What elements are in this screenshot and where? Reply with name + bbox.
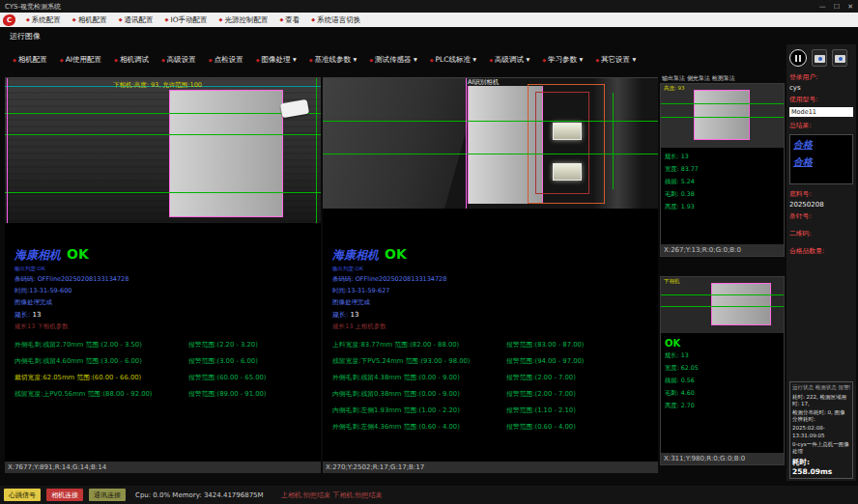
aux-line: 高度: 2.70: [665, 402, 780, 410]
measurement-row: 内侧毛刺:残留0.38mm 范围:(0.00 - 9.00)报警范围:(2.00…: [332, 389, 650, 399]
tool-image-processing[interactable]: ◆图像处理 ▾: [251, 55, 301, 65]
menu-item-language-switch[interactable]: ◆系统语言切换: [305, 15, 366, 25]
warn-range: 报警范围:(2.00 - 7.00): [506, 373, 576, 382]
warn-range: 报警范围:(83.00 - 87.00): [506, 340, 584, 350]
app-window: CYS-视觉检测系统 — ☐ ✕ C ◆系统配置 ◆相机配置 ◆通讯配置 ◆IO…: [0, 0, 858, 504]
menu-item-light-control-config[interactable]: ◆光源控制配置: [214, 15, 274, 25]
maximize-button[interactable]: ☐: [834, 3, 840, 11]
run-controls: [789, 46, 853, 70]
menu-item-comm-config[interactable]: ◆通讯配置: [113, 15, 159, 25]
tool-learning-params[interactable]: ◆学习参数 ▾: [537, 55, 587, 65]
aux-view-1-readout: 规长: 13 宽度: 83.77 残留: 5.24 毛刺: 0.38 高度: 1…: [661, 148, 784, 244]
ai-camera-image[interactable]: AI识别相机: [323, 78, 658, 209]
diamond-icon: ◆: [209, 58, 213, 63]
spec-value: 13: [351, 311, 359, 319]
measure-text: 裁切宽度:62.05mm 范围:(60.00 - 66.00): [14, 373, 181, 382]
warn-range: 报警范围:(3.00 - 6.00): [188, 356, 258, 366]
inspection-window: [553, 163, 582, 181]
tool-camera-config[interactable]: ◆相机配置: [8, 55, 52, 65]
stats-line: 2025:02:08-13:31:09:05: [792, 425, 850, 438]
tool-spot-check[interactable]: ◆点检设置: [204, 55, 248, 65]
tool-label: 相机调试: [120, 55, 149, 65]
menu-label: 光源控制配置: [224, 15, 268, 25]
measurement-row: 上料宽度:83.77mm 范围:(82.00 - 88.00)报警范围:(83.…: [332, 340, 650, 350]
aux-view-2-image[interactable]: 下相机: [661, 277, 784, 333]
green-measure-line: [5, 113, 321, 114]
diamond-icon: ◆: [311, 17, 315, 22]
tool-label: 测试传感器 ▾: [375, 55, 417, 65]
aux-line: 毛刺: 4.60: [665, 389, 780, 398]
menu-item-system-config[interactable]: ◆系统配置: [20, 15, 67, 25]
minimize-button[interactable]: —: [819, 3, 826, 11]
heartbeat-status-badge: 心跳信号: [4, 489, 41, 501]
pause-icon: [799, 55, 801, 62]
batch-value: 20250208: [789, 201, 853, 209]
diamond-icon: ◆: [489, 58, 493, 63]
measurement-list: 上料宽度:83.77mm 范围:(82.00 - 88.00)报警范围:(83.…: [332, 340, 650, 432]
diamond-icon: ◆: [60, 58, 64, 63]
menu-item-camera-config[interactable]: ◆相机配置: [67, 15, 113, 25]
tool-test-sensor[interactable]: ◆测试传感器 ▾: [364, 55, 422, 65]
tool-label: 高级设置: [167, 55, 196, 65]
aux-views-column: 输出算法 侧光算法 检测算法 高度: 93 规长: 13 宽度: 83.77 残…: [660, 73, 785, 465]
menu-item-view[interactable]: ◆查看: [273, 15, 305, 25]
tool-label: 高级调试 ▾: [495, 55, 529, 65]
bottom-camera-image[interactable]: 下相机:高度: 93, 允许范围:100: [5, 78, 321, 223]
pink-edge-line: [7, 78, 8, 223]
model-select[interactable]: Mode11: [789, 107, 853, 117]
green-measure-line: [661, 103, 784, 104]
model-label: 使用型号:: [789, 95, 853, 104]
tool-camera-debug[interactable]: ◆相机调试: [109, 55, 154, 65]
measure-text: 外侧毛刺:残留4.38mm 范围:(0.00 - 9.00): [332, 373, 499, 382]
green-measure-line: [5, 134, 321, 135]
app-logo: C: [3, 14, 15, 26]
tool-label: PLC线标准 ▾: [436, 55, 477, 65]
title-bar: CYS-视觉检测系统 — ☐ ✕: [0, 0, 858, 13]
measure-text: 外侧毛刺:残留2.70mm 范围:(2.00 - 3.50): [14, 340, 181, 350]
tool-ai-config[interactable]: ◆AI使用配置: [55, 55, 106, 65]
tool-label: 图像处理 ▾: [262, 55, 297, 65]
tool-advanced-settings[interactable]: ◆高级设置: [157, 55, 201, 65]
stats-line: 耗时: 222, 检测区域用时: 17,: [792, 394, 850, 407]
diamond-icon: ◆: [114, 58, 118, 63]
menu-item-io-manual-config[interactable]: ◆IO手动配置: [159, 15, 214, 25]
warn-range: 报警范围:(0.60 - 4.00): [506, 422, 576, 432]
tool-label: 相机配置: [18, 55, 47, 65]
tool-plc-standard[interactable]: ◆PLC线标准 ▾: [425, 55, 481, 65]
result-ok-label: OK: [67, 246, 89, 262]
info-panel: 登录用户: cys 使用型号: Mode11 总结果: 合格 合格 底料号: 2…: [786, 44, 856, 481]
measurement-row-alert: 裁切宽度:62.05mm 范围:(60.00 - 66.00)报警范围:(60.…: [14, 373, 313, 382]
camera-1-button[interactable]: [812, 49, 827, 67]
camera-lens-icon: [818, 57, 822, 61]
menu-label: 系统语言切换: [317, 15, 360, 25]
diamond-icon: ◆: [219, 17, 223, 22]
run-image-tab[interactable]: 运行图像: [10, 31, 41, 42]
aux-line: 规长: 13: [665, 351, 780, 360]
product-region: [711, 283, 771, 325]
tool-other-settings[interactable]: ◆其它设置 ▾: [590, 55, 641, 65]
measure-text: 上料宽度:83.77mm 范围:(82.00 - 88.00): [332, 340, 499, 350]
pixel-coordinate-readout: X:311;Y:980;R:0;G:0;B:0: [661, 453, 784, 464]
batch-label: 底料号:: [789, 189, 853, 199]
measurement-row: 内侧毛刺:残留4.60mm 范围:(3.00 - 6.00)报警范围:(3.00…: [14, 356, 313, 366]
pause-button[interactable]: [789, 49, 807, 67]
tool-label: 学习参数 ▾: [548, 55, 583, 65]
process-status-line: 图像处理完成: [332, 298, 650, 307]
tool-advanced-debug[interactable]: ◆高级调试 ▾: [484, 55, 534, 65]
close-button[interactable]: ✕: [847, 3, 853, 11]
login-user-value: cys: [789, 84, 853, 92]
aux-line: 宽度: 83.77: [665, 165, 780, 174]
measurement-row: 残留宽度:上PV0.56mm 范围:(88.00 - 92.00)报警范围:(8…: [14, 389, 313, 399]
process-status-line: 图像处理完成: [14, 298, 313, 307]
tool-baseline-params[interactable]: ◆基准线参数 ▾: [304, 55, 362, 65]
barcode-line: 条码码: OFFline20250208133134728: [14, 275, 313, 284]
aux-view-1-image[interactable]: 高度: 93: [661, 84, 784, 148]
measurement-row: 残留宽度:下PV5.24mm 范围:(93.00 - 98.00)报警范围:(9…: [332, 356, 650, 366]
green-edge-line: [613, 93, 614, 189]
stats-header: 运行状态 检测状态 报警状态: [792, 384, 850, 391]
diamond-icon: ◆: [430, 58, 434, 63]
cpu-memory-readout: Cpu: 0.0% Memory: 3424.41796875M: [135, 491, 264, 499]
camera-2-button[interactable]: [832, 49, 847, 67]
measure-text: 残留宽度:上PV0.56mm 范围:(88.00 - 92.00): [14, 389, 181, 399]
diamond-icon: ◆: [542, 58, 546, 63]
